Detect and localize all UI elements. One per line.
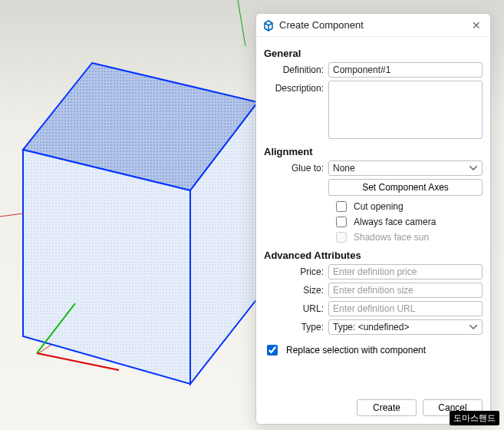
- section-general-header: General: [264, 48, 483, 59]
- cut-opening-checkbox[interactable]: [336, 201, 347, 212]
- replace-selection-checkbox[interactable]: [267, 345, 278, 356]
- row-shadows: Shadows face sun: [333, 230, 483, 245]
- always-face-label: Always face camera: [354, 217, 436, 227]
- row-glue-to: Glue to: None: [264, 160, 483, 176]
- type-label: Type:: [264, 319, 328, 332]
- axis-green-seg: [238, 0, 245, 46]
- row-set-axes: Set Component Axes: [264, 179, 483, 196]
- row-description: Description:: [264, 81, 483, 141]
- size-label: Size:: [264, 283, 328, 296]
- row-url: URL:: [264, 301, 483, 316]
- always-face-checkbox[interactable]: [336, 217, 347, 227]
- row-cut-opening: Cut opening: [333, 199, 483, 214]
- glue-to-select[interactable]: None: [328, 160, 483, 176]
- row-replace: Replace selection with component: [264, 342, 483, 358]
- section-alignment-header: Alignment: [264, 146, 483, 157]
- glue-to-label: Glue to:: [264, 160, 328, 174]
- description-label: Description:: [264, 81, 328, 94]
- row-always-face: Always face camera: [333, 214, 483, 230]
- shadows-checkbox: [336, 232, 347, 243]
- url-input[interactable]: [328, 301, 483, 316]
- watermark: 도마스핸드: [450, 411, 499, 425]
- description-input[interactable]: [328, 81, 483, 139]
- app-icon: [262, 19, 275, 31]
- row-price: Price:: [264, 264, 483, 280]
- shadows-label: Shadows face sun: [354, 232, 429, 243]
- box-geometry: [20, 61, 258, 384]
- type-select[interactable]: Type: <undefined>: [328, 319, 483, 335]
- close-icon[interactable]: ✕: [469, 19, 484, 31]
- definition-input[interactable]: [328, 62, 483, 78]
- create-component-dialog: Create Component ✕ General Definition: D…: [255, 13, 491, 425]
- dialog-body: General Definition: Description: Alignme…: [256, 37, 490, 395]
- set-component-axes-button[interactable]: Set Component Axes: [328, 179, 483, 196]
- price-label: Price:: [264, 264, 328, 277]
- definition-label: Definition:: [264, 62, 328, 75]
- size-input[interactable]: [328, 283, 483, 298]
- url-label: URL:: [264, 301, 328, 314]
- row-type: Type: Type: <undefined>: [264, 319, 483, 335]
- svg-marker-8: [23, 150, 190, 384]
- row-size: Size:: [264, 283, 483, 298]
- section-advanced-header: Advanced Attributes: [264, 250, 483, 261]
- create-button[interactable]: Create: [357, 399, 417, 416]
- replace-selection-label: Replace selection with component: [286, 345, 426, 356]
- dialog-title: Create Component: [279, 19, 469, 31]
- price-input[interactable]: [328, 264, 483, 280]
- cut-opening-label: Cut opening: [354, 201, 404, 212]
- row-definition: Definition:: [264, 62, 483, 78]
- dialog-titlebar: Create Component ✕: [256, 14, 490, 37]
